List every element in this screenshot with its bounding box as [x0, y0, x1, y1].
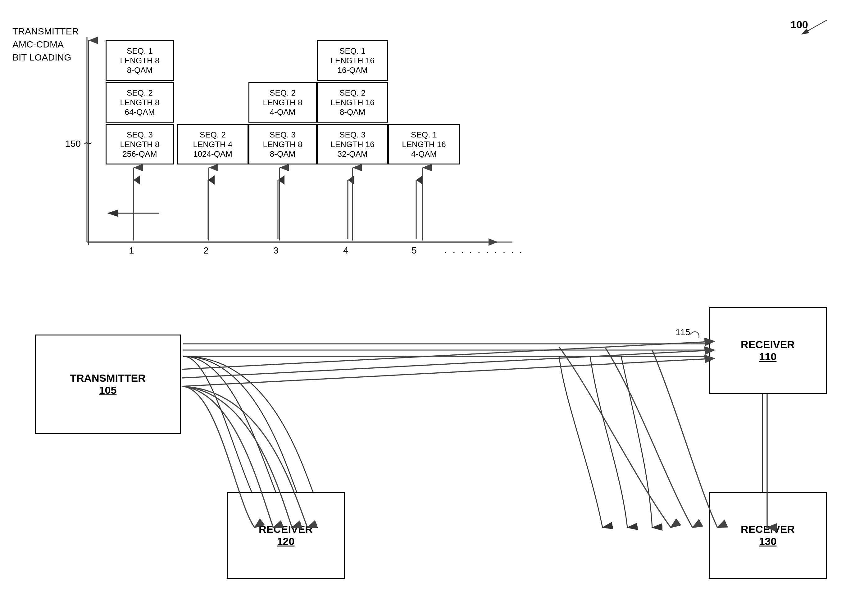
seq-label: SEQ. 1	[411, 130, 437, 140]
svg-line-19	[802, 20, 827, 34]
seq-box-col3-mid: SEQ. 2 LENGTH 8 4-QAM	[248, 82, 317, 123]
seq-box-col3-bot: SEQ. 3 LENGTH 8 8-QAM	[248, 124, 317, 165]
receiver-120-box: RECEIVER 120	[227, 492, 345, 579]
axis-num-1: 1	[129, 245, 134, 256]
receiver-110-number: 110	[759, 350, 777, 363]
receiver-110-label: RECEIVER	[741, 339, 795, 350]
receiver-130-number: 130	[759, 535, 777, 547]
length-label: LENGTH 16	[330, 56, 375, 66]
length-label: LENGTH 8	[120, 56, 159, 66]
seq-label: SEQ. 1	[127, 46, 153, 56]
length-label: LENGTH 4	[193, 140, 232, 149]
ellipsis: . . . . . . . . . .	[444, 244, 523, 256]
ref-arrow-100	[796, 17, 833, 39]
length-label: LENGTH 8	[120, 98, 159, 107]
seq-label: SEQ. 2	[200, 130, 226, 140]
mod-label: 32-QAM	[337, 149, 368, 159]
receiver-120-number: 120	[277, 535, 295, 547]
length-label: LENGTH 8	[120, 140, 159, 149]
transmitter-number: 105	[99, 384, 117, 396]
seq-box-col5-bot: SEQ. 1 LENGTH 16 4-QAM	[388, 124, 460, 165]
seq-box-col1-mid: SEQ. 2 LENGTH 8 64-QAM	[106, 82, 174, 123]
transmitter-label: TRANSMITTER	[70, 372, 146, 384]
label-150: 150 ∼	[65, 137, 93, 149]
seq-label: SEQ. 3	[339, 130, 366, 140]
mod-label: 8-QAM	[270, 149, 295, 159]
transmitter-box: TRANSMITTER 105	[35, 335, 181, 434]
seq-label: SEQ. 2	[339, 88, 366, 98]
transmitter-amc-label: TRANSMITTERAMC-CDMABIT LOADING	[13, 25, 79, 64]
length-label: LENGTH 16	[402, 140, 446, 149]
receiver-120-label: RECEIVER	[259, 523, 313, 535]
receiver-130-box: RECEIVER 130	[709, 492, 827, 579]
seq-label: SEQ. 2	[127, 88, 153, 98]
seq-box-col2-bot: SEQ. 2 LENGTH 4 1024-QAM	[177, 124, 248, 165]
axis-num-4: 4	[343, 245, 348, 256]
seq-label: SEQ. 2	[270, 88, 296, 98]
mod-label: 4-QAM	[411, 149, 437, 159]
length-label: LENGTH 8	[263, 140, 302, 149]
mod-label: 1024-QAM	[193, 149, 232, 159]
seq-box-col4-bot: SEQ. 3 LENGTH 16 32-QAM	[317, 124, 388, 165]
axis-num-5: 5	[412, 245, 417, 256]
mod-label: 4-QAM	[270, 107, 295, 117]
seq-label: SEQ. 3	[270, 130, 296, 140]
mod-label: 64-QAM	[125, 107, 155, 117]
seq-box-col4-mid: SEQ. 2 LENGTH 16 8-QAM	[317, 82, 388, 123]
ref-115: 115	[675, 327, 690, 337]
length-label: LENGTH 16	[330, 140, 375, 149]
length-label: LENGTH 16	[330, 98, 375, 107]
mod-label: 8-QAM	[340, 107, 365, 117]
seq-label: SEQ. 1	[339, 46, 366, 56]
seq-box-col1-top: SEQ. 1 LENGTH 8 8-QAM	[106, 40, 174, 81]
diagram: TRANSMITTERAMC-CDMABIT LOADING 150 ∼ 1 2…	[0, 0, 864, 616]
seq-label: SEQ. 3	[127, 130, 153, 140]
length-label: LENGTH 8	[263, 98, 302, 107]
mod-label: 16-QAM	[337, 66, 368, 75]
mod-label: 8-QAM	[127, 66, 153, 75]
axis-num-2: 2	[203, 245, 209, 256]
seq-box-col1-bot: SEQ. 3 LENGTH 8 256-QAM	[106, 124, 174, 165]
mod-label: 256-QAM	[122, 149, 157, 159]
axis-num-3: 3	[273, 245, 279, 256]
receiver-110-box: RECEIVER 110	[709, 307, 827, 394]
seq-box-col4-top: SEQ. 1 LENGTH 16 16-QAM	[317, 40, 388, 81]
receiver-130-label: RECEIVER	[741, 523, 795, 535]
